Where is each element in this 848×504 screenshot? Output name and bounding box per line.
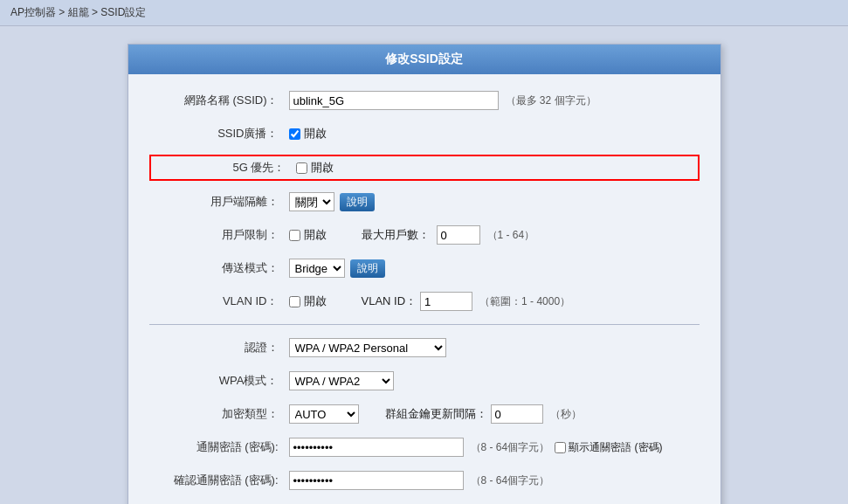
group-key-input[interactable] [491, 404, 543, 424]
auth-label: 認證： [149, 340, 289, 356]
broadcast-enable-label: 開啟 [304, 126, 327, 142]
client-isolation-select[interactable]: 關閉 開啟 [289, 192, 334, 211]
client-isolation-row: 用戶端隔離： 關閉 開啟 說明 [149, 190, 700, 214]
client-isolation-info-btn[interactable]: 說明 [340, 193, 375, 211]
broadcast-row: SSID廣播： 開啟 [149, 121, 700, 146]
broadcast-label: SSID廣播： [149, 126, 289, 142]
confirm-password-hint: （8 - 64個字元） [471, 473, 550, 488]
vlan-row: VLAN ID： 開啟 VLAN ID： （範圍：1 - 4000） [149, 289, 700, 314]
user-limit-row: 用戶限制： 開啟 最大用戶數： （1 - 64） [149, 223, 700, 247]
encrypt-select[interactable]: AUTO AES TKIP [289, 404, 359, 424]
vlan-id-input[interactable] [420, 292, 472, 311]
password-input[interactable] [289, 438, 464, 457]
max-users-label: 最大用戶數： [362, 227, 430, 243]
show-password-checkbox[interactable] [555, 442, 566, 453]
wpa-select[interactable]: WPA / WPA2 WPA WPA2 [289, 371, 394, 390]
broadcast-checkbox[interactable] [289, 128, 300, 140]
ssid-row: 網路名稱 (SSID)： （最多 32 個字元） [149, 88, 700, 113]
auth-row: 認證： WPA / WPA2 Personal WPA Enterprise O… [149, 335, 700, 360]
max-users-input[interactable] [437, 225, 480, 245]
max-users-hint: （1 - 64） [487, 228, 535, 243]
group-key-label: 群組金鑰更新間隔： [385, 406, 487, 422]
encrypt-label: 加密類型： [149, 406, 289, 422]
priority-5g-checkbox[interactable] [296, 162, 307, 174]
wpa-label: WPA模式： [149, 373, 289, 389]
dialog-title: 修改SSID設定 [128, 45, 720, 74]
dialog-body: 網路名稱 (SSID)： （最多 32 個字元） SSID廣播： 開啟 [128, 74, 720, 504]
confirm-password-input[interactable] [289, 471, 464, 490]
breadcrumb-text: AP控制器 > 組籠 > SSID設定 [10, 6, 146, 18]
dialog: 修改SSID設定 網路名稱 (SSID)： （最多 32 個字元） SSID廣播… [128, 44, 721, 504]
password-label: 通關密語 (密碼): [149, 439, 289, 455]
confirm-password-row: 確認通關密語 (密碼): （8 - 64個字元） [149, 468, 700, 493]
vlan-id-label2: VLAN ID： [362, 293, 417, 309]
user-limit-enable-label: 開啟 [304, 227, 327, 243]
vlan-enable-label: 開啟 [304, 293, 327, 309]
confirm-password-label: 確認通關密語 (密碼): [149, 473, 289, 488]
vlan-checkbox[interactable] [289, 296, 300, 307]
auth-select[interactable]: WPA / WPA2 Personal WPA Enterprise Open [289, 338, 446, 357]
priority-5g-label: 5G 優先： [156, 160, 296, 176]
ssid-label: 網路名稱 (SSID)： [149, 93, 289, 108]
ssid-hint: （最多 32 個字元） [506, 93, 596, 108]
priority-5g-enable-label: 開啟 [311, 160, 334, 176]
transmission-label: 傳送模式： [149, 260, 289, 276]
transmission-select[interactable]: Bridge NAT [289, 259, 345, 278]
user-limit-checkbox[interactable] [289, 230, 300, 241]
show-password-label: 顯示通關密語 (密碼) [569, 440, 662, 455]
encrypt-row: 加密類型： AUTO AES TKIP 群組金鑰更新間隔： （秒） [149, 402, 700, 426]
vlan-label: VLAN ID： [149, 293, 289, 309]
group-key-hint: （秒） [550, 407, 582, 422]
divider [149, 324, 700, 325]
transmission-row: 傳送模式： Bridge NAT 說明 [149, 256, 700, 280]
wpa-row: WPA模式： WPA / WPA2 WPA WPA2 [149, 369, 700, 393]
vlan-hint: （範圍：1 - 4000） [479, 294, 570, 309]
transmission-info-btn[interactable]: 說明 [350, 259, 385, 278]
priority-5g-row: 5G 優先： 開啟 [149, 155, 700, 181]
user-limit-label: 用戶限制： [149, 227, 289, 243]
ssid-input[interactable] [289, 91, 499, 110]
password-hint: （8 - 64個字元） [471, 440, 550, 455]
client-isolation-label: 用戶端隔離： [149, 194, 289, 210]
breadcrumb: AP控制器 > 組籠 > SSID設定 [0, 0, 848, 26]
password-row: 通關密語 (密碼): （8 - 64個字元） 顯示通關密語 (密碼) [149, 435, 700, 459]
